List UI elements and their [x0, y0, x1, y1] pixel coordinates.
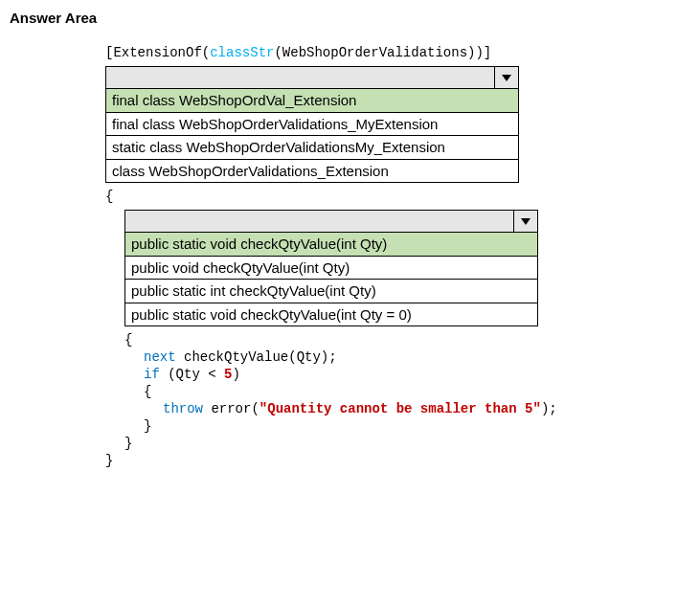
throw-mid: error(: [203, 401, 260, 416]
dropdown-class-declaration[interactable]: final class WebShopOrdVal_Extension fina…: [105, 66, 519, 183]
dropdown-option[interactable]: public static int checkQtyValue(int Qty): [125, 280, 537, 303]
dropdown-option[interactable]: public static void checkQtyValue(int Qty…: [125, 233, 537, 257]
attr-classstr: classStr: [210, 45, 274, 60]
answer-area-heading: Answer Area: [10, 10, 690, 26]
if-cond-a: (Qty <: [160, 367, 224, 382]
dropdown-header[interactable]: [125, 211, 537, 233]
brace-open: {: [105, 189, 690, 204]
dropdown-option[interactable]: public void checkQtyValue(int Qty): [125, 257, 537, 281]
dropdown-method-signature[interactable]: public static void checkQtyValue(int Qty…: [124, 210, 538, 326]
chevron-down-icon[interactable]: [494, 67, 518, 88]
dropdown-option[interactable]: static class WebShopOrderValidationsMy_E…: [106, 136, 518, 160]
throw-string: "Quantity cannot be smaller than 5": [260, 401, 541, 416]
throw-line: throw error("Quantity cannot be smaller …: [163, 401, 690, 416]
attr-open: [ExtensionOf(: [105, 45, 210, 60]
content-area: [ExtensionOf(classStr(WebShopOrderValida…: [105, 45, 690, 468]
throw-end: );: [541, 401, 557, 416]
next-rest: checkQtyValue(Qty);: [176, 349, 337, 365]
brace-close: }: [105, 453, 690, 468]
inner-brace-close: }: [124, 436, 690, 451]
chevron-down-icon[interactable]: [513, 211, 537, 232]
dropdown-header[interactable]: [106, 67, 518, 89]
if-line: if (Qty < 5): [144, 367, 690, 382]
dropdown-option[interactable]: class WebShopOrderValidations_Extension: [106, 160, 518, 183]
svg-marker-1: [521, 218, 531, 225]
if-keyword: if: [144, 367, 160, 382]
dropdown-option[interactable]: final class WebShopOrderValidations_MyEx…: [106, 113, 518, 137]
next-keyword: next: [144, 349, 176, 365]
attr-mid: (WebShopOrderValidations))]: [274, 45, 491, 60]
dropdown-option[interactable]: final class WebShopOrdVal_Extension: [106, 89, 518, 113]
inner2-brace-close: }: [144, 418, 690, 434]
inner2-brace-open: {: [144, 384, 690, 399]
throw-keyword: throw: [163, 401, 203, 416]
inner-brace-open: {: [124, 332, 690, 348]
attribute-line: [ExtensionOf(classStr(WebShopOrderValida…: [105, 45, 690, 60]
next-call-line: next checkQtyValue(Qty);: [144, 349, 690, 365]
svg-marker-0: [502, 75, 511, 81]
dropdown-option[interactable]: public static void checkQtyValue(int Qty…: [125, 303, 537, 326]
if-cond-b: ): [232, 367, 239, 382]
